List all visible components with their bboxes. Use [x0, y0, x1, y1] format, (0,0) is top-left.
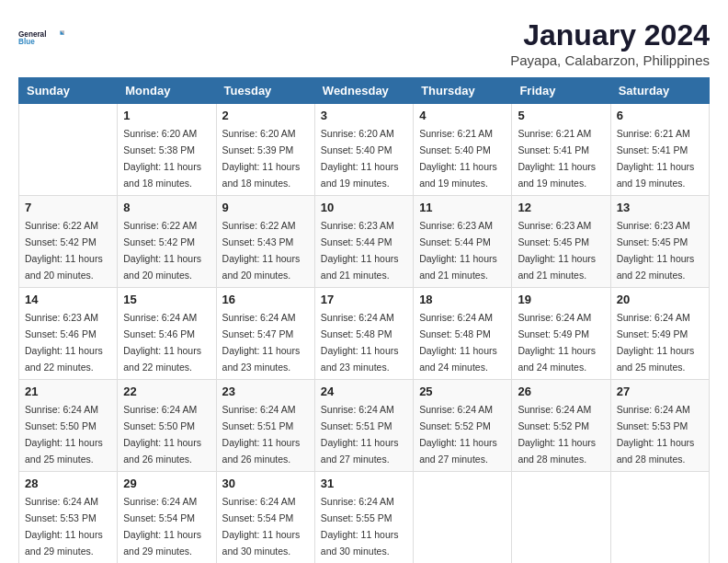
day-info: Sunrise: 6:24 AMSunset: 5:49 PMDaylight:…	[617, 312, 695, 373]
day-number: 10	[321, 201, 407, 214]
calendar-cell	[414, 472, 512, 564]
calendar-cell: 12 Sunrise: 6:23 AMSunset: 5:45 PMDaylig…	[512, 196, 610, 288]
day-number: 30	[222, 477, 309, 490]
day-info: Sunrise: 6:24 AMSunset: 5:47 PMDaylight:…	[222, 312, 301, 373]
calendar-cell: 30 Sunrise: 6:24 AMSunset: 5:54 PMDaylig…	[216, 472, 314, 564]
page-header: General Blue January 2024 Payapa, Calaba…	[18, 18, 710, 68]
svg-text:Blue: Blue	[18, 38, 35, 46]
calendar-cell: 18 Sunrise: 6:24 AMSunset: 5:48 PMDaylig…	[414, 288, 512, 380]
day-number: 19	[518, 293, 604, 306]
day-info: Sunrise: 6:20 AMSunset: 5:38 PMDaylight:…	[123, 128, 201, 189]
day-info: Sunrise: 6:23 AMSunset: 5:46 PMDaylight:…	[25, 312, 103, 373]
day-info: Sunrise: 6:24 AMSunset: 5:52 PMDaylight:…	[518, 404, 596, 465]
day-info: Sunrise: 6:24 AMSunset: 5:48 PMDaylight:…	[419, 312, 497, 373]
weekday-header-tuesday: Tuesday	[216, 78, 314, 104]
day-info: Sunrise: 6:24 AMSunset: 5:52 PMDaylight:…	[419, 404, 497, 465]
day-number: 25	[419, 385, 506, 398]
day-info: Sunrise: 6:24 AMSunset: 5:54 PMDaylight:…	[222, 496, 301, 557]
calendar-cell: 9 Sunrise: 6:22 AMSunset: 5:43 PMDayligh…	[216, 196, 314, 288]
calendar-cell: 16 Sunrise: 6:24 AMSunset: 5:47 PMDaylig…	[216, 288, 314, 380]
calendar-cell: 8 Sunrise: 6:22 AMSunset: 5:42 PMDayligh…	[118, 196, 216, 288]
day-info: Sunrise: 6:24 AMSunset: 5:46 PMDaylight:…	[123, 312, 201, 373]
logo-svg: General Blue	[18, 18, 64, 57]
day-number: 3	[321, 109, 407, 122]
calendar-week-row: 7 Sunrise: 6:22 AMSunset: 5:42 PMDayligh…	[19, 196, 710, 288]
day-info: Sunrise: 6:24 AMSunset: 5:51 PMDaylight:…	[222, 404, 301, 465]
day-number: 5	[518, 109, 604, 122]
day-info: Sunrise: 6:24 AMSunset: 5:53 PMDaylight:…	[25, 496, 103, 557]
calendar-cell: 21 Sunrise: 6:24 AMSunset: 5:50 PMDaylig…	[19, 380, 118, 472]
calendar-cell	[512, 472, 610, 564]
day-number: 20	[617, 293, 703, 306]
day-number: 7	[25, 201, 111, 214]
day-number: 23	[222, 385, 309, 398]
calendar-cell: 26 Sunrise: 6:24 AMSunset: 5:52 PMDaylig…	[512, 380, 610, 472]
weekday-header-sunday: Sunday	[19, 78, 118, 104]
day-info: Sunrise: 6:24 AMSunset: 5:50 PMDaylight:…	[123, 404, 201, 465]
logo: General Blue	[18, 18, 64, 57]
calendar-cell	[610, 472, 709, 564]
calendar-cell: 4 Sunrise: 6:21 AMSunset: 5:40 PMDayligh…	[414, 104, 512, 196]
calendar-cell: 13 Sunrise: 6:23 AMSunset: 5:45 PMDaylig…	[610, 196, 709, 288]
calendar-cell: 2 Sunrise: 6:20 AMSunset: 5:39 PMDayligh…	[216, 104, 314, 196]
day-number: 29	[123, 477, 210, 490]
day-number: 15	[123, 293, 210, 306]
calendar-title: January 2024	[510, 18, 710, 52]
calendar-cell: 28 Sunrise: 6:24 AMSunset: 5:53 PMDaylig…	[19, 472, 118, 564]
day-info: Sunrise: 6:23 AMSunset: 5:44 PMDaylight:…	[321, 220, 399, 281]
day-number: 31	[321, 477, 407, 490]
calendar-table: SundayMondayTuesdayWednesdayThursdayFrid…	[18, 77, 710, 563]
day-number: 28	[25, 477, 111, 490]
day-info: Sunrise: 6:24 AMSunset: 5:53 PMDaylight:…	[617, 404, 695, 465]
title-block: January 2024 Payapa, Calabarzon, Philipp…	[510, 18, 710, 68]
calendar-cell: 10 Sunrise: 6:23 AMSunset: 5:44 PMDaylig…	[314, 196, 413, 288]
calendar-cell	[19, 104, 118, 196]
day-number: 18	[419, 293, 506, 306]
calendar-cell: 14 Sunrise: 6:23 AMSunset: 5:46 PMDaylig…	[19, 288, 118, 380]
day-info: Sunrise: 6:22 AMSunset: 5:42 PMDaylight:…	[25, 220, 103, 281]
day-info: Sunrise: 6:20 AMSunset: 5:39 PMDaylight:…	[222, 128, 301, 189]
day-number: 4	[419, 109, 506, 122]
day-info: Sunrise: 6:21 AMSunset: 5:41 PMDaylight:…	[617, 128, 695, 189]
calendar-subtitle: Payapa, Calabarzon, Philippines	[510, 52, 710, 68]
day-number: 8	[123, 201, 210, 214]
day-number: 1	[123, 109, 210, 122]
weekday-header-saturday: Saturday	[610, 78, 709, 104]
weekday-header-row: SundayMondayTuesdayWednesdayThursdayFrid…	[19, 78, 710, 104]
day-info: Sunrise: 6:24 AMSunset: 5:50 PMDaylight:…	[25, 404, 103, 465]
day-info: Sunrise: 6:24 AMSunset: 5:54 PMDaylight:…	[123, 496, 201, 557]
calendar-cell: 6 Sunrise: 6:21 AMSunset: 5:41 PMDayligh…	[610, 104, 709, 196]
day-number: 24	[321, 385, 407, 398]
calendar-week-row: 28 Sunrise: 6:24 AMSunset: 5:53 PMDaylig…	[19, 472, 710, 564]
weekday-header-monday: Monday	[118, 78, 216, 104]
calendar-cell: 23 Sunrise: 6:24 AMSunset: 5:51 PMDaylig…	[216, 380, 314, 472]
day-number: 26	[518, 385, 604, 398]
calendar-cell: 31 Sunrise: 6:24 AMSunset: 5:55 PMDaylig…	[314, 472, 413, 564]
svg-text:General: General	[18, 30, 46, 39]
calendar-cell: 19 Sunrise: 6:24 AMSunset: 5:49 PMDaylig…	[512, 288, 610, 380]
weekday-header-thursday: Thursday	[414, 78, 512, 104]
calendar-cell: 1 Sunrise: 6:20 AMSunset: 5:38 PMDayligh…	[118, 104, 216, 196]
day-info: Sunrise: 6:20 AMSunset: 5:40 PMDaylight:…	[321, 128, 399, 189]
day-number: 11	[419, 201, 506, 214]
day-info: Sunrise: 6:24 AMSunset: 5:55 PMDaylight:…	[321, 496, 399, 557]
day-info: Sunrise: 6:22 AMSunset: 5:43 PMDaylight:…	[222, 220, 301, 281]
calendar-cell: 20 Sunrise: 6:24 AMSunset: 5:49 PMDaylig…	[610, 288, 709, 380]
calendar-week-row: 21 Sunrise: 6:24 AMSunset: 5:50 PMDaylig…	[19, 380, 710, 472]
day-info: Sunrise: 6:21 AMSunset: 5:40 PMDaylight:…	[419, 128, 497, 189]
day-number: 13	[617, 201, 703, 214]
calendar-cell: 5 Sunrise: 6:21 AMSunset: 5:41 PMDayligh…	[512, 104, 610, 196]
calendar-cell: 17 Sunrise: 6:24 AMSunset: 5:48 PMDaylig…	[314, 288, 413, 380]
day-number: 2	[222, 109, 309, 122]
calendar-cell: 11 Sunrise: 6:23 AMSunset: 5:44 PMDaylig…	[414, 196, 512, 288]
day-number: 12	[518, 201, 604, 214]
calendar-week-row: 1 Sunrise: 6:20 AMSunset: 5:38 PMDayligh…	[19, 104, 710, 196]
calendar-week-row: 14 Sunrise: 6:23 AMSunset: 5:46 PMDaylig…	[19, 288, 710, 380]
calendar-cell: 25 Sunrise: 6:24 AMSunset: 5:52 PMDaylig…	[414, 380, 512, 472]
calendar-cell: 3 Sunrise: 6:20 AMSunset: 5:40 PMDayligh…	[314, 104, 413, 196]
day-info: Sunrise: 6:24 AMSunset: 5:49 PMDaylight:…	[518, 312, 596, 373]
day-info: Sunrise: 6:24 AMSunset: 5:51 PMDaylight:…	[321, 404, 399, 465]
weekday-header-friday: Friday	[512, 78, 610, 104]
calendar-cell: 7 Sunrise: 6:22 AMSunset: 5:42 PMDayligh…	[19, 196, 118, 288]
day-info: Sunrise: 6:23 AMSunset: 5:45 PMDaylight:…	[617, 220, 695, 281]
